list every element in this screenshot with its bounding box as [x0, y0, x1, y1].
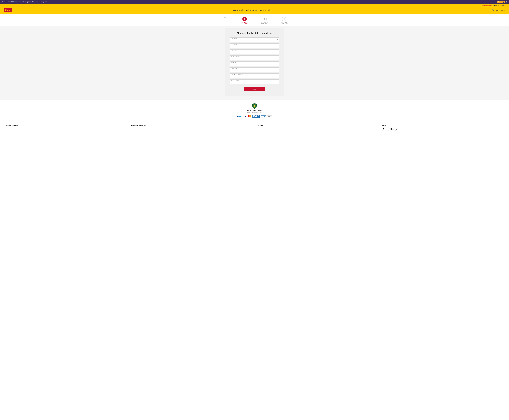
search-icon[interactable]: 🔍	[492, 9, 494, 11]
steps-container: 1 TAKED 2 PAYMENT REQUIRED 3 SHIPPING IN…	[220, 17, 289, 24]
form-card: Please enter the delivery address FIRST …	[225, 28, 284, 96]
first-name-input[interactable]	[231, 40, 276, 41]
step-1: 1 TAKED	[220, 17, 230, 24]
amex-text: AMERICANEXPRESS	[253, 115, 259, 117]
private-customers-link[interactable]: Private Customers	[481, 5, 492, 7]
sepa-s: S	[262, 116, 262, 117]
last-name-label: LAST NAME*	[231, 44, 278, 45]
step-line-1-2	[230, 19, 240, 19]
step-2-circle: 2	[242, 17, 247, 21]
street-input[interactable]	[231, 52, 276, 53]
giropay-logo: giropay	[267, 115, 272, 117]
street-wrapper: STREET*	[230, 49, 279, 54]
house-number-wrapper: HOUSE NUMBER*	[230, 55, 279, 60]
paypal-pay: Pay	[237, 116, 239, 117]
dob-group: DATE OF BIRTH	[230, 79, 279, 84]
header-top: Private Customers Business Customer	[4, 5, 505, 7]
secure-payment-subtitle: with SSL encryption (256 bits)	[247, 112, 262, 113]
last-name-wrapper: LAST NAME*	[230, 43, 279, 48]
town-city-input[interactable]	[231, 70, 276, 71]
street-group: STREET*	[230, 49, 279, 54]
dhl-logo: DHL	[4, 8, 12, 13]
town-city-label: TOWN/CITY*	[231, 68, 278, 69]
header-nav: DHL Shipping parcels Delivery services C…	[4, 8, 505, 13]
house-number-input[interactable]	[231, 58, 276, 59]
browser-bar: elivery2489fhu34289.humanicanna.com/trac…	[0, 0, 509, 4]
postal-code-label: POSTAL CODE*	[231, 62, 278, 63]
dhl-text: DHL	[5, 8, 11, 12]
social-icon-2[interactable]: t	[386, 128, 389, 131]
business-customer-link[interactable]: Business Customer	[494, 5, 505, 7]
footer-col-company: Company	[256, 125, 378, 131]
social-icon-1[interactable]: f	[382, 128, 385, 131]
shield-icon: ⚡	[252, 103, 257, 109]
language-selector[interactable]: EN	[501, 9, 503, 11]
step-3: 3 SHIPPING IN PROGRESS	[260, 17, 269, 24]
paypal-pal: Pal	[239, 116, 241, 117]
step-line-2-3	[249, 19, 259, 19]
footer-col-social-title: Social	[382, 125, 503, 126]
house-number-label: HOUSE NUMBER*	[231, 56, 278, 57]
postal-code-group: POSTAL CODE*	[230, 61, 279, 66]
social-icon-4[interactable]: ▶	[394, 128, 398, 131]
secure-payment-section: ⚡ SECURE PAYMENT with SSL encryption (25…	[0, 100, 509, 121]
phishing-count: 3	[503, 1, 504, 3]
chevron-down-icon[interactable]: ▾	[504, 9, 505, 11]
step-3-circle: 3	[262, 17, 267, 21]
nav-customer-service[interactable]: Customer Service	[260, 9, 271, 11]
footer: Private customers Business customers Com…	[0, 121, 509, 133]
url-path: /tracking/billing.php?id=2359809&page=30…	[23, 1, 47, 3]
nav-links: Shipping parcels Delivery services Custo…	[233, 9, 271, 11]
social-icons: f t in ▶	[382, 128, 503, 131]
step-4-circle: 4	[282, 17, 286, 21]
house-number-group: HOUSE NUMBER*	[230, 55, 279, 60]
social-icon-3[interactable]: in	[390, 128, 393, 131]
secure-payment-title: SECURE PAYMENT	[247, 110, 262, 111]
step-2-label: PAYMENT REQUIRED	[240, 22, 249, 24]
paypal-logo: PayPal	[237, 116, 241, 117]
last-name-group: LAST NAME*	[230, 43, 279, 48]
dob-input[interactable]	[231, 82, 276, 83]
street-label: STREET*	[231, 50, 278, 51]
amex-logo: AMERICANEXPRESS	[253, 115, 260, 118]
telephone-group: TELEPHONE NUMBER*	[230, 73, 279, 78]
progress-section: 1 TAKED 2 PAYMENT REQUIRED 3 SHIPPING IN…	[0, 14, 509, 26]
mastercard-logo	[247, 115, 251, 117]
town-city-wrapper: TOWN/CITY*	[230, 68, 279, 72]
footer-col-private-title: Private customers	[6, 125, 127, 126]
grid-icon: ⊞	[506, 1, 507, 3]
browser-url: elivery2489fhu34289.humanicanna.com/trac…	[2, 1, 47, 3]
login-link[interactable]: Login	[495, 9, 499, 11]
url-prefix: elivery2489fhu34289.	[2, 1, 13, 3]
dhl-wordmark: DHL	[4, 8, 12, 13]
step-4: 4 DELIVERY COMPLETED	[279, 17, 289, 24]
first-name-wrapper: FIRST NAME* ⊞	[230, 38, 279, 42]
url-domain: humanicanna.com	[13, 1, 23, 3]
visa-logo: VISA	[242, 115, 246, 117]
last-name-input[interactable]	[231, 45, 276, 47]
first-name-label: FIRST NAME*	[231, 38, 278, 39]
sepa-epa: EPA	[263, 116, 265, 117]
first-name-group: FIRST NAME* ⊞	[230, 38, 279, 42]
postal-code-wrapper: POSTAL CODE*	[230, 61, 279, 66]
site-header: Private Customers Business Customer DHL …	[0, 4, 509, 14]
step-1-circle: 1	[223, 17, 227, 22]
step-2: 2 PAYMENT REQUIRED	[240, 17, 249, 24]
customer-type-links: Private Customers Business Customer	[481, 5, 505, 7]
dhl-yellow-bottom-bar	[4, 12, 12, 13]
dhl-text-wrapper: DHL	[4, 8, 12, 12]
postal-code-input[interactable]	[231, 64, 276, 65]
footer-col-company-title: Company	[256, 125, 378, 126]
nav-shipping[interactable]: Shipping parcels	[233, 9, 244, 11]
step-1-label: TAKED	[223, 22, 227, 24]
step-3-label: SHIPPING IN PROGRESS	[260, 22, 269, 24]
browser-right: Phishing 3 ⊞	[497, 1, 507, 3]
main-content: Please enter the delivery address FIRST …	[0, 26, 509, 100]
telephone-input[interactable]	[231, 75, 276, 77]
nav-actions: 🔍 Login EN ▾	[492, 9, 505, 11]
payment-logos: PayPal VISA AMERICANEXPRESS S EPA giropa…	[237, 115, 272, 118]
footer-col-private: Private customers	[6, 125, 127, 131]
form-title: Please enter the delivery address	[230, 32, 279, 35]
next-button[interactable]: Next	[244, 87, 265, 91]
nav-delivery[interactable]: Delivery services	[246, 9, 257, 11]
